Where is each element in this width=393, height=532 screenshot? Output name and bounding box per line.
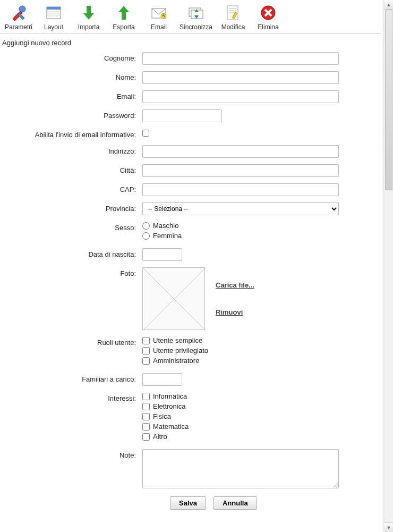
toolbar-sincronizza[interactable]: Sincronizza bbox=[178, 2, 213, 32]
scrollbar-thumb[interactable] bbox=[385, 10, 392, 190]
toolbar-modifica[interactable]: Modifica bbox=[218, 2, 249, 32]
edit-page-icon bbox=[224, 3, 243, 22]
vertical-scrollbar[interactable]: ▲ ▼ bbox=[383, 0, 393, 532]
interesse-fisica-label: Fisica bbox=[153, 412, 171, 420]
cancel-button[interactable]: Annulla bbox=[213, 496, 257, 510]
toolbar-esporta[interactable]: Esporta bbox=[108, 2, 139, 32]
sesso-label: Sesso: bbox=[0, 222, 139, 232]
email-info-label: Abilita l'invio di email informative: bbox=[0, 129, 139, 139]
svg-rect-3 bbox=[47, 7, 61, 10]
familiari-label: Familiari a carico: bbox=[0, 373, 139, 383]
sesso-femmina-radio[interactable] bbox=[142, 232, 150, 240]
page-title: Aggiungi nuovo record bbox=[0, 33, 382, 50]
interesse-elettronica-checkbox[interactable] bbox=[142, 403, 150, 410]
wrench-screwdriver-icon bbox=[9, 3, 28, 22]
photo-placeholder bbox=[142, 267, 205, 330]
scroll-down-icon[interactable]: ▼ bbox=[384, 522, 393, 532]
svg-point-0 bbox=[19, 6, 25, 12]
ruolo-semplice-checkbox[interactable] bbox=[142, 337, 150, 344]
svg-rect-10 bbox=[122, 12, 126, 20]
sesso-maschio-radio[interactable] bbox=[142, 222, 150, 230]
note-label: Note: bbox=[0, 449, 139, 459]
interesse-informatica-label: Informatica bbox=[153, 392, 187, 400]
indirizzo-input[interactable] bbox=[142, 145, 339, 158]
cap-input[interactable] bbox=[142, 183, 339, 196]
email-info-checkbox[interactable] bbox=[142, 130, 149, 137]
record-form: Cognome: Nome: Email: Password: Abilita … bbox=[0, 50, 382, 510]
interesse-altro-checkbox[interactable] bbox=[142, 433, 150, 441]
indirizzo-label: Indirizzo: bbox=[0, 145, 139, 155]
interesse-matematica-label: Matematica bbox=[153, 423, 189, 430]
layout-icon bbox=[44, 3, 63, 22]
nome-input[interactable] bbox=[142, 71, 339, 84]
sesso-maschio-label: Maschio bbox=[153, 222, 178, 230]
password-label: Password: bbox=[0, 109, 139, 120]
interesse-altro-label: Altro bbox=[153, 433, 167, 441]
password-input[interactable] bbox=[142, 109, 222, 122]
note-textarea[interactable] bbox=[142, 449, 339, 488]
svg-rect-7 bbox=[87, 6, 91, 13]
toolbar-elimina[interactable]: Elimina bbox=[253, 2, 284, 32]
ruolo-admin-checkbox[interactable] bbox=[142, 357, 150, 365]
svg-marker-8 bbox=[83, 13, 94, 20]
toolbar-parametri[interactable]: Parametri bbox=[3, 2, 34, 32]
ruolo-admin-label: Amministratore bbox=[153, 357, 199, 365]
citta-input[interactable] bbox=[142, 164, 339, 177]
citta-label: Città: bbox=[0, 164, 139, 174]
toolbar-email[interactable]: Email bbox=[143, 2, 174, 32]
ruoli-label: Ruoli utente: bbox=[0, 336, 139, 347]
cognome-input[interactable] bbox=[142, 52, 339, 65]
delete-icon bbox=[259, 3, 278, 22]
interesse-fisica-checkbox[interactable] bbox=[142, 413, 150, 420]
sync-icon bbox=[186, 3, 206, 22]
email-label: Email: bbox=[0, 90, 139, 100]
toolbar-importa[interactable]: Importa bbox=[73, 2, 104, 32]
toolbar: Parametri Layout Importa bbox=[0, 0, 382, 33]
ruolo-privilegiato-label: Utente privilegiato bbox=[153, 347, 208, 354]
data-nascita-label: Data di nascita: bbox=[0, 248, 139, 258]
email-input[interactable] bbox=[142, 90, 339, 103]
save-button[interactable]: Salva bbox=[170, 496, 206, 510]
arrow-up-icon bbox=[114, 3, 133, 22]
data-nascita-input[interactable] bbox=[142, 248, 182, 261]
nome-label: Nome: bbox=[0, 71, 139, 81]
remove-file-link[interactable]: Rimuovi bbox=[216, 308, 254, 316]
ruolo-semplice-label: Utente semplice bbox=[153, 336, 202, 344]
ruolo-privilegiato-checkbox[interactable] bbox=[142, 347, 150, 354]
interesse-informatica-checkbox[interactable] bbox=[142, 393, 150, 400]
cognome-label: Cognome: bbox=[0, 52, 139, 62]
cap-label: CAP: bbox=[0, 183, 139, 193]
sesso-femmina-label: Femmina bbox=[153, 232, 182, 240]
familiari-input[interactable] bbox=[142, 373, 182, 386]
provincia-label: Provincia: bbox=[0, 202, 139, 213]
arrow-down-icon bbox=[79, 3, 98, 22]
provincia-select[interactable]: -- Seleziona -- bbox=[142, 202, 339, 215]
svg-marker-9 bbox=[118, 6, 129, 12]
interesse-matematica-checkbox[interactable] bbox=[142, 423, 150, 430]
envelope-icon bbox=[149, 3, 168, 22]
upload-file-link[interactable]: Carica file... bbox=[216, 281, 254, 289]
interessi-label: Interessi: bbox=[0, 392, 139, 402]
foto-label: Foto: bbox=[0, 267, 139, 277]
scroll-up-icon[interactable]: ▲ bbox=[384, 0, 393, 10]
toolbar-layout[interactable]: Layout bbox=[38, 2, 69, 32]
interesse-elettronica-label: Elettronica bbox=[153, 402, 185, 410]
